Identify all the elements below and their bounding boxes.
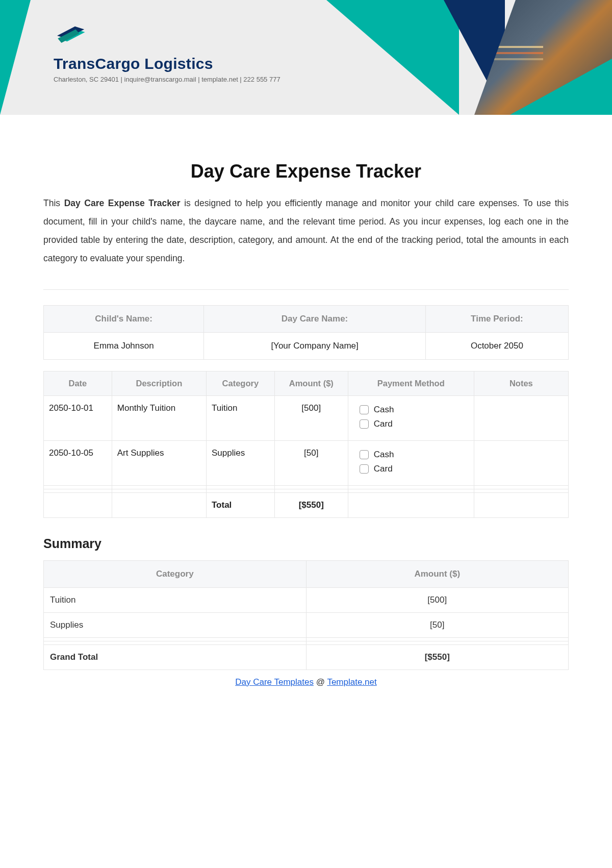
payment-option-cash: Cash: [360, 450, 469, 460]
info-header-daycare: Day Care Name:: [204, 305, 426, 332]
header-graphics: [296, 0, 612, 115]
payment-option-cash: Cash: [360, 405, 469, 415]
log-date: 2050-10-05: [44, 440, 112, 485]
intro-prefix: This: [43, 198, 64, 208]
page-title: Day Care Expense Tracker: [43, 161, 569, 182]
checkbox-icon[interactable]: [360, 450, 369, 459]
summary-header-amt: Amount ($): [306, 560, 569, 587]
table-row: Child's Name: Day Care Name: Time Period…: [44, 305, 569, 332]
checkbox-icon[interactable]: [360, 419, 369, 429]
table-row: Category Amount ($): [44, 560, 569, 587]
table-row-total: Total [$550]: [44, 492, 569, 517]
table-row: 2050-10-05 Art Supplies Supplies [50] Ca…: [44, 440, 569, 485]
summary-cat: Tuition: [44, 587, 307, 612]
log-desc: Art Supplies: [112, 440, 206, 485]
checkbox-icon[interactable]: [360, 464, 369, 474]
summary-heading: Summary: [43, 536, 569, 551]
intro-bold: Day Care Expense Tracker: [64, 198, 181, 208]
payment-option-card: Card: [360, 464, 469, 474]
log-total-label: Total: [206, 492, 274, 517]
info-value-daycare: [Your Company Name]: [204, 332, 426, 359]
footer-link-left[interactable]: Day Care Templates: [235, 677, 314, 687]
info-value-child: Emma Johnson: [44, 332, 204, 359]
info-header-child: Child's Name:: [44, 305, 204, 332]
table-row: Supplies [50]: [44, 612, 569, 637]
pay-label-card: Card: [374, 419, 393, 429]
summary-grand-value: [$550]: [306, 644, 569, 669]
log-desc: Monthly Tuition: [112, 395, 206, 440]
header-shape-teal: [326, 0, 459, 115]
header-accent-left: [0, 0, 31, 115]
summary-table: Category Amount ($) Tuition [500] Suppli…: [43, 560, 569, 670]
log-header-cat: Category: [206, 371, 274, 395]
table-row-spacer: [44, 637, 569, 641]
header-banner: TransCargo Logistics Charleston, SC 2940…: [0, 0, 612, 115]
brand-tagline: Charleston, SC 29401 | inquire@transcarg…: [54, 76, 280, 83]
table-row: Tuition [500]: [44, 587, 569, 612]
log-header-desc: Description: [112, 371, 206, 395]
info-header-period: Time Period:: [425, 305, 568, 332]
footer-sep: @: [314, 677, 327, 687]
header-shape-corner: [510, 59, 612, 115]
table-row: Date Description Category Amount ($) Pay…: [44, 371, 569, 395]
summary-amt: [50]: [306, 612, 569, 637]
log-notes: [474, 395, 568, 440]
pay-label-card: Card: [374, 464, 393, 474]
table-row-spacer: [44, 489, 569, 492]
log-header-date: Date: [44, 371, 112, 395]
expense-log-table: Date Description Category Amount ($) Pay…: [43, 371, 569, 518]
table-row-spacer: [44, 485, 569, 489]
checkbox-icon[interactable]: [360, 405, 369, 414]
log-amt: [500]: [274, 395, 348, 440]
footer-link-right[interactable]: Template.net: [327, 677, 376, 687]
log-header-amt: Amount ($): [274, 371, 348, 395]
payment-option-card: Card: [360, 419, 469, 429]
log-pay: Cash Card: [348, 395, 474, 440]
pay-label-cash: Cash: [374, 405, 394, 415]
divider: [43, 289, 569, 290]
intro-paragraph: This Day Care Expense Tracker is designe…: [43, 194, 569, 268]
table-row-spacer: [44, 641, 569, 644]
summary-grand-label: Grand Total: [44, 644, 307, 669]
log-pay: Cash Card: [348, 440, 474, 485]
info-value-period: October 2050: [425, 332, 568, 359]
brand-logo-icon: [54, 20, 89, 51]
log-cat: Tuition: [206, 395, 274, 440]
table-row: 2050-10-01 Monthly Tuition Tuition [500]…: [44, 395, 569, 440]
log-total-value: [$550]: [274, 492, 348, 517]
table-row-grand-total: Grand Total [$550]: [44, 644, 569, 669]
summary-cat: Supplies: [44, 612, 307, 637]
pay-label-cash: Cash: [374, 450, 394, 460]
log-notes: [474, 440, 568, 485]
log-header-pay: Payment Method: [348, 371, 474, 395]
brand-name: TransCargo Logistics: [54, 55, 280, 72]
table-row: Emma Johnson [Your Company Name] October…: [44, 332, 569, 359]
log-cat: Supplies: [206, 440, 274, 485]
brand-block: TransCargo Logistics Charleston, SC 2940…: [54, 20, 280, 83]
log-amt: [50]: [274, 440, 348, 485]
summary-amt: [500]: [306, 587, 569, 612]
log-header-notes: Notes: [474, 371, 568, 395]
footer-links: Day Care Templates @ Template.net: [43, 677, 569, 687]
log-date: 2050-10-01: [44, 395, 112, 440]
document-body: Day Care Expense Tracker This Day Care E…: [0, 115, 612, 708]
summary-header-cat: Category: [44, 560, 307, 587]
info-table: Child's Name: Day Care Name: Time Period…: [43, 305, 569, 360]
